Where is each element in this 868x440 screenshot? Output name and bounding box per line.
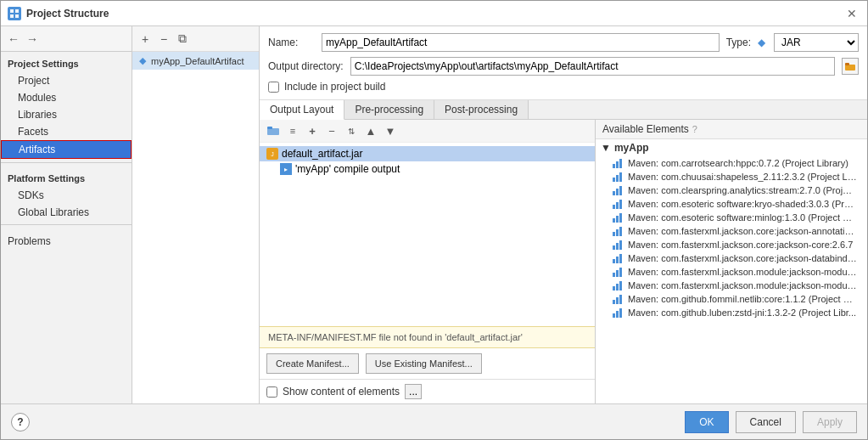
sidebar-item-problems[interactable]: Problems	[1, 228, 132, 251]
sidebar-item-libraries[interactable]: Libraries	[1, 106, 132, 123]
avail-item-9[interactable]: Maven: com.fasterxml.jackson.module:jack…	[596, 279, 867, 292]
output-folder-btn[interactable]	[265, 122, 282, 139]
include-build-checkbox[interactable]	[268, 82, 279, 93]
output-up-btn[interactable]: ▲	[362, 122, 379, 139]
avail-item-label-5: Maven: com.fasterxml.jackson.core:jackso…	[628, 226, 857, 236]
name-row: Name: Type: ◆ JAR	[268, 33, 859, 52]
sidebar-item-artifacts[interactable]: Artifacts	[1, 140, 132, 159]
tree-item-jar-label: default_artifact.jar	[282, 148, 362, 160]
title-bar-left: Project Structure	[8, 7, 109, 20]
output-down-btn[interactable]: ▼	[382, 122, 399, 139]
avail-item-6[interactable]: Maven: com.fasterxml.jackson.core:jackso…	[596, 238, 867, 251]
artifact-list-item[interactable]: ◆ myApp_DefaultArtifact	[132, 52, 259, 70]
center-toolbar: + − ⧉	[132, 26, 259, 52]
tab-output-layout[interactable]: Output Layout	[260, 100, 344, 120]
avail-item-label-9: Maven: com.fasterxml.jackson.module:jack…	[628, 280, 857, 291]
svg-rect-3	[15, 14, 19, 18]
maven-icon-0	[613, 159, 622, 168]
include-build-label: Include in project build	[284, 81, 385, 93]
tree-item-jar[interactable]: J default_artifact.jar	[260, 146, 595, 161]
avail-item-label-10: Maven: com.github.fommil.netlib:core:1.1…	[628, 294, 857, 304]
dots-button[interactable]: ...	[405, 384, 422, 399]
tree-item-compile[interactable]: ▸ 'myApp' compile output	[260, 161, 595, 177]
output-toolbar: ≡ + − ⇅ ▲ ▼	[260, 120, 595, 143]
output-dir-label: Output directory:	[268, 60, 344, 72]
avail-group-myapp[interactable]: ▼ myApp	[596, 139, 867, 156]
avail-item-4[interactable]: Maven: com.esoteric software:minlog:1.3.…	[596, 211, 867, 224]
maven-icon-9	[613, 281, 622, 291]
sidebar-separator-1	[1, 162, 132, 163]
avail-item-label-4: Maven: com.esoteric software:minlog:1.3.…	[628, 212, 857, 223]
browse-folder-button[interactable]	[842, 58, 859, 75]
type-icon: ◆	[758, 37, 765, 48]
avail-item-label-3: Maven: com.esoteric software:kryo-shaded…	[628, 199, 857, 209]
artifact-item-icon: ◆	[139, 55, 146, 66]
output-order-btn[interactable]: ⇅	[343, 122, 360, 139]
avail-item-2[interactable]: Maven: com.clearspring.analytics:stream:…	[596, 183, 867, 197]
svg-rect-5	[845, 63, 849, 65]
sidebar-item-facets[interactable]: Facets	[1, 123, 132, 140]
sidebar-item-sdks[interactable]: SDKs	[1, 187, 132, 204]
include-build-row: Include in project build	[268, 81, 859, 93]
tabs-bar: Output Layout Pre-processing Post-proces…	[260, 100, 867, 120]
maven-icon-5	[613, 227, 622, 236]
avail-item-7[interactable]: Maven: com.fasterxml.jackson.core:jackso…	[596, 251, 867, 265]
show-content-checkbox[interactable]	[266, 386, 277, 398]
artifact-item-label: myApp_DefaultArtifact	[151, 56, 244, 66]
remove-artifact-button[interactable]: −	[156, 31, 171, 47]
avail-item-label-2: Maven: com.clearspring.analytics:stream:…	[628, 185, 857, 195]
sidebar: ← → Project Settings Project Modules Lib…	[1, 26, 132, 403]
create-manifest-button[interactable]: Create Manifest...	[266, 353, 359, 374]
center-panel: + − ⧉ ◆ myApp_DefaultArtifact	[132, 26, 260, 403]
avail-item-10[interactable]: Maven: com.github.fommil.netlib:core:1.1…	[596, 292, 867, 306]
project-structure-dialog: Project Structure ✕ ← → Project Settings…	[0, 0, 868, 440]
add-artifact-button[interactable]: +	[137, 31, 153, 47]
avail-item-5[interactable]: Maven: com.fasterxml.jackson.core:jackso…	[596, 224, 867, 238]
available-elements-header: Available Elements ?	[596, 120, 867, 139]
avail-item-label-0: Maven: com.carrotsearch:hppc:0.7.2 (Proj…	[628, 158, 848, 168]
output-dir-input[interactable]	[350, 57, 835, 76]
nav-back-button[interactable]: ←	[6, 31, 21, 47]
bottom-left: ?	[11, 413, 30, 432]
sidebar-item-global-libraries[interactable]: Global Libraries	[1, 204, 132, 221]
manifest-buttons: Create Manifest... Use Existing Manifest…	[260, 348, 595, 380]
output-tree: J default_artifact.jar ▸ 'myApp' compile…	[260, 143, 595, 326]
right-panel: Name: Type: ◆ JAR Output directory:	[260, 26, 867, 403]
avail-item-11[interactable]: Maven: com.github.luben:zstd-jni:1.3.2-2…	[596, 306, 867, 319]
show-content-label: Show content of elements	[283, 386, 400, 398]
name-label: Name:	[268, 37, 315, 48]
help-button[interactable]: ?	[11, 413, 30, 432]
right-body: ≡ + − ⇅ ▲ ▼ J default_artifact.jar	[260, 120, 867, 403]
available-elements-list: ▼ myApp Maven: com.carrotsearch:hppc:0.7…	[596, 139, 867, 403]
output-panel: ≡ + − ⇅ ▲ ▼ J default_artifact.jar	[260, 120, 596, 403]
avail-item-1[interactable]: Maven: com.chuusai:shapeless_2.11:2.3.2 …	[596, 170, 867, 183]
type-select[interactable]: JAR	[774, 33, 859, 52]
output-add-btn[interactable]: +	[304, 122, 321, 139]
output-remove-btn[interactable]: −	[323, 122, 340, 139]
avail-item-label-6: Maven: com.fasterxml.jackson.core:jackso…	[628, 240, 853, 250]
ok-button[interactable]: OK	[685, 411, 728, 433]
output-sort-btn[interactable]: ≡	[284, 122, 301, 139]
nav-forward-button[interactable]: →	[25, 31, 40, 47]
svg-rect-2	[10, 14, 14, 18]
close-button[interactable]: ✕	[843, 5, 860, 22]
maven-icon-2	[613, 186, 622, 195]
available-elements-panel: Available Elements ? ▼ myApp	[596, 120, 867, 403]
avail-item-3[interactable]: Maven: com.esoteric software:kryo-shaded…	[596, 197, 867, 211]
sidebar-item-project[interactable]: Project	[1, 72, 132, 89]
maven-icon-11	[613, 308, 622, 318]
cancel-button[interactable]: Cancel	[736, 411, 796, 433]
output-dir-row: Output directory:	[268, 57, 859, 76]
name-input[interactable]	[322, 33, 720, 52]
avail-item-label-1: Maven: com.chuusai:shapeless_2.11:2.3.2 …	[628, 172, 857, 182]
apply-button[interactable]: Apply	[803, 411, 857, 433]
copy-artifact-button[interactable]: ⧉	[175, 31, 190, 47]
tab-post-processing[interactable]: Post-processing	[434, 100, 529, 119]
avail-group-arrow-icon: ▼	[601, 142, 611, 154]
avail-item-8[interactable]: Maven: com.fasterxml.jackson.module:jack…	[596, 265, 867, 279]
avail-item-label-7: Maven: com.fasterxml.jackson.core:jackso…	[628, 253, 857, 263]
avail-item-0[interactable]: Maven: com.carrotsearch:hppc:0.7.2 (Proj…	[596, 156, 867, 170]
use-existing-manifest-button[interactable]: Use Existing Manifest...	[366, 353, 482, 374]
sidebar-item-modules[interactable]: Modules	[1, 89, 132, 106]
tab-pre-processing[interactable]: Pre-processing	[344, 100, 434, 119]
